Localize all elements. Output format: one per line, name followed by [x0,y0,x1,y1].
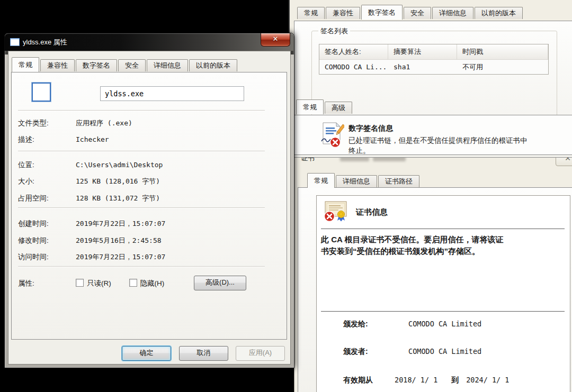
field-value: 2019年7月22日，15:07:07 [76,253,165,261]
valid-from-label: 有效期从 [343,376,395,385]
field-label: 创建时间: [18,219,76,229]
exe-file-icon [32,83,51,102]
issued-by-value: COMODO CA Limited [408,347,481,355]
warning-line1: 此 CA 根目录证书不受信任。要启用信任，请将该证 [321,234,503,245]
tab-general[interactable]: 常规 [296,99,324,114]
tab-previous-versions[interactable]: 以前的版本 [189,59,237,71]
certificate-dialog: 证书 ✕ 常规 详细信息 证书路径 [294,149,572,392]
desktop-background: 常规 兼容性 数字签名 安全 详细信息 以前的版本 签名列表 签名人姓名: 摘要… [0,0,572,392]
issued-by-row: 颁发者:COMODO CA Limited [343,347,481,357]
properties-tabstrip: 常规 兼容性 数字签名 安全 详细信息 以前的版本 [12,57,238,71]
tab-general[interactable]: 常规 [12,57,39,72]
field-row-modified: 修改时间:2019年5月16日，2:45:58 [18,236,162,245]
column-timestamp[interactable]: 时间戳 [457,44,548,59]
field-row-file-type: 文件类型:应用程序 (.exe) [18,118,132,128]
validity-row: 有效期从2018/ 1/ 1 到2024/ 1/ 1 [343,376,509,385]
signature-error-icon [319,122,344,150]
checkbox-icon [76,279,84,287]
divider [321,229,565,229]
field-value: Ichecker [76,135,109,143]
signature-info-heading: 数字签名信息 [348,124,393,133]
tab-advanced[interactable]: 高级 [325,102,352,114]
column-signer-name[interactable]: 签名人姓名: [319,44,388,59]
tab-previous-versions[interactable]: 以前的版本 [475,7,523,19]
field-label: 位置: [18,160,76,170]
tab-general[interactable]: 常规 [307,173,335,188]
details-tab-page: 数字签名信息 已处理证书链，但是在不受信任提供程序信任的根证书中 终止。 [294,115,572,155]
advanced-button[interactable]: 高级(D)... [194,276,246,290]
issued-to-row: 颁发给:COMODO CA Limited [343,320,481,329]
tab-details[interactable]: 详细信息 [432,7,473,19]
divider [18,110,265,111]
divider [18,151,265,151]
valid-from-value: 2018/ 1/ 1 [395,376,437,384]
apply-button[interactable]: 应用(A) [236,346,285,361]
hidden-checkbox[interactable]: 隐藏(H) [129,279,165,287]
field-value: 应用程序 (.exe) [76,119,132,127]
dialog-client-area: 常规 兼容性 数字签名 安全 详细信息 以前的版本 文件类型:应用程序 (.ex… [8,51,291,364]
field-label: 文件类型: [18,118,76,128]
field-label: 大小: [18,177,76,186]
signature-list-label: 签名列表 [318,26,350,36]
field-label: 修改时间: [18,236,76,245]
title-bar: yldss.exe 属性 ✕ [5,33,294,51]
field-row-size-on-disk: 占用空间:128 KB (131,072 字节) [18,194,160,203]
certificate-warning-text: 此 CA 根目录证书不受信任。要启用信任，请将该证 书安装到“受信任的根证书颁发… [321,234,503,257]
field-value: 2019年5月16日，2:45:58 [76,236,162,244]
field-label: 访问时间: [18,252,76,262]
tab-certification-path[interactable]: 证书路径 [378,175,419,187]
certificate-error-icon [323,199,348,225]
issued-by-label: 颁发者: [343,347,408,357]
readonly-checkbox[interactable]: 只读(R) [76,279,111,287]
tab-security[interactable]: 安全 [404,7,431,19]
field-row-accessed: 访问时间:2019年7月22日，15:07:07 [18,252,165,262]
checkbox-icon [129,279,137,287]
column-digest-algorithm[interactable]: 摘要算法 [388,44,457,59]
divider [321,311,565,312]
tab-digital-signatures[interactable]: 数字签名 [76,59,117,71]
application-icon [10,38,20,46]
valid-to-value: 2024/ 1/ 1 [466,376,509,384]
close-icon: ✕ [273,35,279,43]
tab-details[interactable]: 详细信息 [336,175,377,187]
tab-security[interactable]: 安全 [118,59,146,71]
signature-message-line1: 已处理证书链，但是在不受信任提供程序信任的根证书中 [348,136,528,145]
field-row-description: 描述:Ichecker [18,135,109,144]
signature-message-line2: 终止。 [348,146,370,156]
field-value: 2019年7月22日，15:07:07 [76,220,165,227]
field-label: 描述: [18,135,76,144]
general-tab-page: 文件类型:应用程序 (.exe) 描述:Ichecker 位置:C:\Users… [11,72,287,340]
signature-table: 签名人姓名: 摘要算法 时间戳 COMODO CA Li... sha1 不可用 [319,44,549,75]
field-row-location: 位置:C:\Users\admi\Desktop [18,160,163,170]
attributes-row: 属性:只读(R) 隐藏(H) [18,279,164,288]
signer-name-value: COMODO CA Li... [319,60,388,74]
certificate-tabstrip: 常规 详细信息 证书路径 [307,173,421,187]
details-tabstrip: 常规 高级 [296,99,353,114]
filename-input[interactable] [100,86,244,101]
cancel-button[interactable]: 取消 [179,346,228,361]
close-button[interactable]: ✕ [261,33,290,47]
divider [18,266,265,267]
tab-compatibility[interactable]: 兼容性 [40,59,75,71]
tab-digital-signatures[interactable]: 数字签名 [361,5,403,20]
field-label: 占用空间: [18,194,76,203]
certificate-tab-page: 证书信息 此 CA 根目录证书不受信任。要启用信任，请将该证 书安装到“受信任的… [298,187,572,392]
digest-algorithm-value: sha1 [388,60,457,74]
certificate-info-heading: 证书信息 [356,207,388,217]
table-row[interactable]: COMODO CA Li... sha1 不可用 [319,60,548,74]
signatures-tabstrip: 常规 兼容性 数字签名 安全 详细信息 以前的版本 [297,5,524,19]
readonly-label: 只读(R) [87,279,111,287]
tab-details[interactable]: 详细信息 [147,59,188,71]
tab-general[interactable]: 常规 [297,7,325,19]
timestamp-value: 不可用 [457,60,548,74]
hidden-label: 隐藏(H) [140,279,165,287]
field-value: 125 KB (128,016 字节) [76,177,160,185]
properties-dialog: yldss.exe 属性 ✕ 常规 兼容性 数字签名 安全 详细信息 以前的版本… [4,33,294,368]
ok-button[interactable]: 确定 [122,346,171,361]
tab-compatibility[interactable]: 兼容性 [326,7,360,19]
issued-to-label: 颁发给: [343,320,408,329]
certificate-info-box: 证书信息 此 CA 根目录证书不受信任。要启用信任，请将该证 书安装到“受信任的… [316,195,570,392]
field-row-size: 大小:125 KB (128,016 字节) [18,177,160,186]
field-row-created: 创建时间:2019年7月22日，15:07:07 [18,219,165,229]
warning-line2: 书安装到“受信任的根证书颁发机构”存储区。 [321,245,503,257]
